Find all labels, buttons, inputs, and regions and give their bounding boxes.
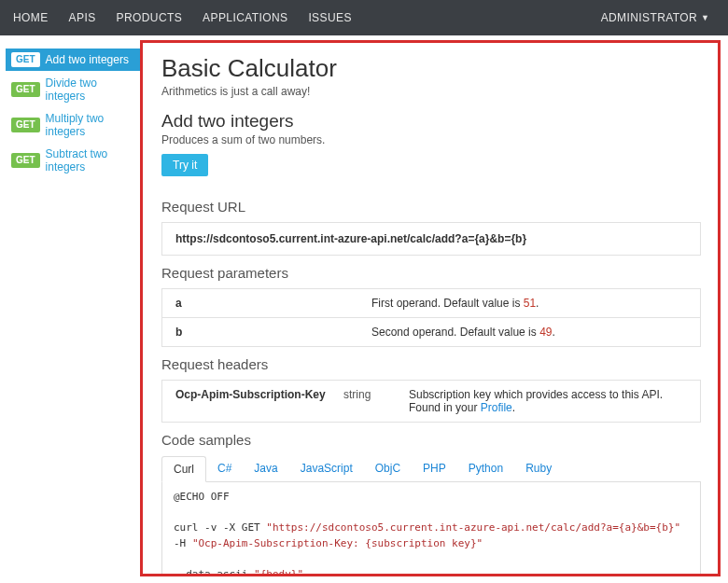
param-desc: Second operand. Default value is 49. <box>371 326 687 339</box>
nav-products[interactable]: PRODUCTS <box>117 11 183 24</box>
sidebar: GET Add two integers GET Divide two inte… <box>0 35 140 583</box>
method-badge: GET <box>11 82 40 97</box>
tab-curl[interactable]: Curl <box>161 456 206 482</box>
tab-csharp[interactable]: C# <box>206 456 243 482</box>
headers-table: Ocp-Apim-Subscription-Key string Subscri… <box>161 380 701 423</box>
page-subtitle: Arithmetics is just a call away! <box>161 85 701 98</box>
sidebar-item-multiply[interactable]: GET Multiply two integers <box>6 108 140 142</box>
operation-title: Add two integers <box>161 111 701 132</box>
param-row-a: a First operand. Default value is 51. <box>161 289 701 318</box>
main-content: Basic Calculator Arithmetics is just a c… <box>140 40 721 576</box>
header-name: Ocp-Apim-Subscription-Key <box>175 388 343 401</box>
nav-user-label: ADMINISTRATOR <box>601 11 697 24</box>
sidebar-item-label: Multiply two integers <box>46 112 134 138</box>
nav-apis[interactable]: APIS <box>69 11 96 24</box>
section-request-headers: Request headers <box>161 356 701 372</box>
tab-python[interactable]: Python <box>457 456 514 482</box>
section-code-samples: Code samples <box>161 432 701 448</box>
method-badge: GET <box>11 52 40 67</box>
sidebar-item-subtract[interactable]: GET Subtract two integers <box>6 144 140 177</box>
header-row: Ocp-Apim-Subscription-Key string Subscri… <box>161 381 701 423</box>
param-name: a <box>175 297 371 310</box>
request-url-box: https://sdcontoso5.current.int-azure-api… <box>161 222 701 256</box>
params-table: a First operand. Default value is 51. b … <box>161 288 701 347</box>
nav-applications[interactable]: APPLICATIONS <box>203 11 287 24</box>
method-badge: GET <box>11 118 40 132</box>
tab-ruby[interactable]: Ruby <box>514 456 563 482</box>
sidebar-item-add[interactable]: GET Add two integers <box>6 49 140 71</box>
method-badge: GET <box>11 153 40 168</box>
operation-description: Produces a sum of two numbers. <box>161 133 701 146</box>
top-nav: HOME APIS PRODUCTS APPLICATIONS ISSUES A… <box>0 0 728 35</box>
tab-objc[interactable]: ObjC <box>364 456 412 482</box>
nav-left: HOME APIS PRODUCTS APPLICATIONS ISSUES <box>13 11 352 24</box>
tab-javascript[interactable]: JavaScript <box>289 456 364 482</box>
param-desc: First operand. Default value is 51. <box>371 297 687 310</box>
tab-java[interactable]: Java <box>243 456 288 482</box>
code-sample-box: @ECHO OFF curl -v -X GET "https://sdcont… <box>161 482 701 576</box>
header-type: string <box>343 388 409 401</box>
sidebar-item-label: Divide two integers <box>46 76 134 103</box>
nav-home[interactable]: HOME <box>13 11 49 24</box>
nav-user-menu[interactable]: ADMINISTRATOR ▼ <box>601 11 709 24</box>
sidebar-item-divide[interactable]: GET Divide two integers <box>6 73 140 106</box>
param-row-b: b Second operand. Default value is 49. <box>161 318 701 347</box>
nav-issues[interactable]: ISSUES <box>308 11 351 24</box>
code-tabs: Curl C# Java JavaScript ObjC PHP Python … <box>161 455 701 482</box>
page-title: Basic Calculator <box>161 54 701 83</box>
caret-down-icon: ▼ <box>701 13 709 22</box>
sidebar-item-label: Add two integers <box>46 53 129 66</box>
section-request-url: Request URL <box>161 199 701 215</box>
sidebar-item-label: Subtract two integers <box>46 147 134 174</box>
header-desc: Subscription key which provides access t… <box>409 388 687 414</box>
param-name: b <box>175 326 371 339</box>
profile-link[interactable]: Profile <box>481 401 512 414</box>
try-it-button[interactable]: Try it <box>161 154 208 176</box>
tab-php[interactable]: PHP <box>412 456 457 482</box>
section-request-params: Request parameters <box>161 265 701 281</box>
